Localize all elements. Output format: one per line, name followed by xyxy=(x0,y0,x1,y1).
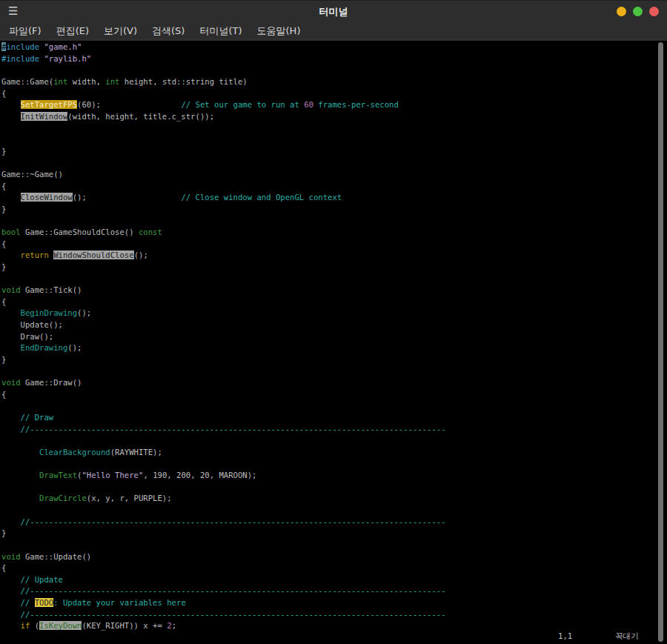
code-line: //--------------------------------------… xyxy=(1,425,667,436)
code-line xyxy=(1,540,667,552)
code-line: Game::~Game() xyxy=(1,170,667,182)
code-area: #include "game.h"#include "raylib.h"Game… xyxy=(1,42,667,633)
menu-file[interactable]: 파일(F) xyxy=(1,21,49,41)
code-line: void Game::Update() xyxy=(1,552,667,564)
code-line: //--------------------------------------… xyxy=(1,610,667,622)
code-line: Update(); xyxy=(1,320,667,332)
code-line: // TODO: Update your variables here xyxy=(1,598,667,610)
code-line: //--------------------------------------… xyxy=(1,586,667,598)
code-line xyxy=(1,65,667,77)
code-line xyxy=(1,216,667,228)
menu-edit[interactable]: 편집(E) xyxy=(49,21,96,41)
code-line: BeginDrawing(); xyxy=(1,308,667,320)
code-line: } xyxy=(1,147,667,159)
scrollbar-thumb[interactable] xyxy=(658,42,663,642)
code-line: //--------------------------------------… xyxy=(1,517,667,529)
code-line: bool Game::GameShouldClose() const xyxy=(1,228,667,239)
code-line xyxy=(1,401,667,413)
code-line: { xyxy=(1,297,667,309)
code-line: { xyxy=(1,89,667,101)
scroll-position-label: 꼭대기 xyxy=(615,631,639,642)
code-line xyxy=(1,158,667,170)
code-line: // Draw xyxy=(1,413,667,425)
code-line: } xyxy=(1,205,667,216)
code-line: void Game::Tick() xyxy=(1,285,667,297)
code-line xyxy=(1,482,667,494)
vim-statusline: 1,1 꼭대기 xyxy=(0,631,667,643)
window-controls xyxy=(617,7,659,16)
code-line: DrawText("Hello There", 190, 200, 20, MA… xyxy=(1,471,667,482)
code-line: #include "game.h" xyxy=(1,42,667,54)
code-line: EndDrawing(); xyxy=(1,343,667,355)
code-line: { xyxy=(1,563,667,575)
code-line: #include "raylib.h" xyxy=(1,54,667,66)
code-line: void Game::Draw() xyxy=(1,378,667,390)
code-line: InitWindow(width, height, title.c_str())… xyxy=(1,112,667,124)
code-line: ClearBackground(RAYWHITE); xyxy=(1,448,667,459)
code-line: { xyxy=(1,239,667,251)
titlebar: ☰ 터미널 xyxy=(0,0,667,21)
window-title: 터미널 xyxy=(0,1,667,21)
close-button[interactable] xyxy=(649,7,659,16)
code-line: Draw(); xyxy=(1,332,667,344)
code-line xyxy=(1,459,667,471)
code-line xyxy=(1,436,667,448)
code-line: CloseWindow(); // Close window and OpenG… xyxy=(1,193,667,205)
code-line xyxy=(1,135,667,147)
code-line xyxy=(1,123,667,135)
code-line: DrawCircle(x, y, r, PURPLE); xyxy=(1,494,667,505)
code-line: // Update xyxy=(1,575,667,587)
code-line xyxy=(1,274,667,286)
cursor-position-ruler: 1,1 xyxy=(558,631,572,640)
code-line: } xyxy=(1,262,667,274)
menubar: 파일(F) 편집(E) 보기(V) 검색(S) 터미널(T) 도움말(H) xyxy=(0,21,667,41)
menu-view[interactable]: 보기(V) xyxy=(96,21,145,41)
code-line: } xyxy=(1,355,667,367)
code-line: return WindowShouldClose(); xyxy=(1,250,667,262)
terminal-window: ☰ 터미널 파일(F) 편집(E) 보기(V) 검색(S) 터미널(T) 도움말… xyxy=(0,0,667,644)
code-line xyxy=(1,367,667,379)
maximize-button[interactable] xyxy=(633,7,643,16)
terminal-screen[interactable]: #include "game.h"#include "raylib.h"Game… xyxy=(0,41,667,644)
code-line: { xyxy=(1,182,667,193)
code-line xyxy=(1,505,667,517)
menu-search[interactable]: 검색(S) xyxy=(145,21,192,41)
code-line: Game::Game(int width, int height, std::s… xyxy=(1,77,667,89)
minimize-button[interactable] xyxy=(617,7,626,16)
code-line: SetTargetFPS(60); // Set our game to run… xyxy=(1,100,667,112)
code-line: { xyxy=(1,390,667,402)
code-line: } xyxy=(1,528,667,540)
menu-help[interactable]: 도움말(H) xyxy=(250,21,308,41)
menu-terminal[interactable]: 터미널(T) xyxy=(192,21,249,41)
